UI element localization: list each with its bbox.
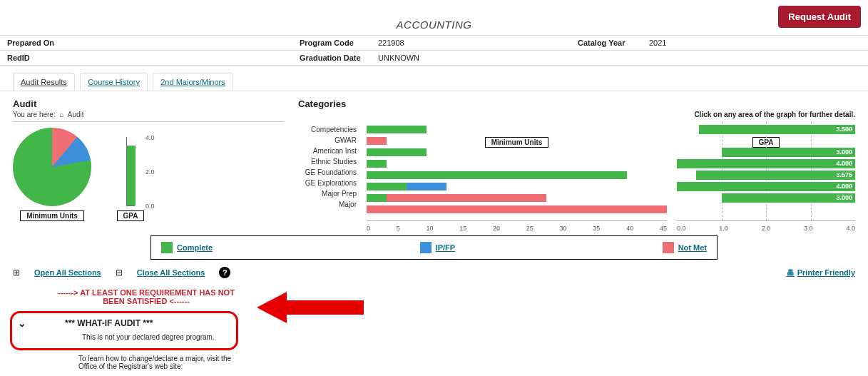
- catalog-year-value: 2021: [642, 36, 868, 51]
- tick: 0: [367, 225, 370, 232]
- tick: 0.0: [677, 225, 686, 232]
- gpa-mini-chart[interactable]: [126, 137, 135, 206]
- legend-not-met[interactable]: Not Met: [663, 242, 707, 253]
- legend-swatch-green: [161, 242, 173, 253]
- gpa-tick: 2.0: [145, 168, 155, 176]
- whatif-audit-box: ⌄ *** WHAT-IF AUDIT *** This is not your…: [10, 311, 238, 350]
- tick: 5: [397, 225, 400, 232]
- prepared-on-value: [107, 36, 292, 51]
- tab-second-majors[interactable]: 2nd Majors/Minors: [153, 73, 233, 91]
- catalog-year-label: Catalog Year: [571, 36, 642, 51]
- chevron-down-icon[interactable]: ⌄: [18, 317, 26, 329]
- tab-bar: Audit Results Course History 2nd Majors/…: [13, 73, 868, 91]
- breadcrumb: You are here: Audit: [13, 111, 284, 122]
- gpa-bar-value: 3.575: [836, 171, 852, 180]
- categories-instruction: Click on any area of the graph for furth…: [298, 111, 855, 118]
- categories-gpa-chart[interactable]: 3.500 3.000 4.000 3.575 4.000 3.000 0.0 …: [677, 121, 855, 221]
- expand-icon: ⊞: [13, 268, 20, 278]
- tick: 2.0: [762, 225, 771, 232]
- gpa-bar-value: 3.500: [836, 125, 852, 134]
- legend-ipfp[interactable]: IP/FP: [420, 242, 456, 253]
- request-audit-button[interactable]: Request Audit: [778, 6, 861, 28]
- whatif-subtext: This is not your declared degree program…: [82, 333, 230, 341]
- crumb-current: Audit: [68, 111, 84, 118]
- tick: 3.0: [804, 225, 813, 232]
- gpa-bar-value: 3.000: [836, 148, 852, 157]
- cat-label: Major: [298, 199, 357, 210]
- categories-heading: Categories: [298, 98, 855, 109]
- tab-course-history[interactable]: Course History: [80, 73, 148, 91]
- table-row: Prepared On Program Code 221908 Catalog …: [0, 36, 868, 51]
- min-units-pie-chart[interactable]: [13, 128, 91, 206]
- close-all-sections-link[interactable]: Close All Sections: [137, 268, 205, 277]
- gpa-tick: 4.0: [145, 134, 155, 141]
- home-icon: [57, 111, 66, 118]
- redid-value: [107, 51, 292, 66]
- prepared-on-label: Prepared On: [0, 36, 107, 51]
- registrar-note: To learn how to change/declare a major, …: [78, 355, 235, 370]
- open-all-sections-link[interactable]: Open All Sections: [34, 268, 101, 277]
- categories-units-chart[interactable]: 0 5 10 15 20 25 30 35 40 45 Minimum Unit…: [367, 121, 667, 221]
- help-icon[interactable]: ?: [219, 267, 230, 278]
- requirement-warning: ------> AT LEAST ONE REQUIREMENT HAS NOT…: [57, 288, 235, 305]
- gpa-bar-value: 3.000: [836, 193, 852, 203]
- cat-label: Major Prep: [298, 188, 357, 199]
- legend-swatch-blue: [420, 242, 432, 253]
- printer-friendly-link[interactable]: 🖶 Printer Friendly: [787, 268, 855, 277]
- tick: 4.0: [846, 225, 855, 232]
- gpa-bar-value: 4.000: [836, 182, 852, 191]
- program-code-label: Program Code: [292, 36, 371, 51]
- grad-date-value: UNKNOWN: [371, 51, 571, 66]
- tick: 45: [660, 225, 667, 232]
- cat-label: Competencies: [298, 124, 357, 135]
- audit-heading: Audit: [13, 98, 284, 109]
- gpa-mini-caption: GPA: [117, 210, 145, 221]
- legend: Complete IP/FP Not Met: [150, 235, 718, 260]
- legend-swatch-red: [663, 242, 674, 253]
- tick: 40: [626, 225, 633, 232]
- cat-label: GE Foundations: [298, 167, 357, 178]
- gpa-tick: 0.0: [145, 203, 155, 210]
- tick: 10: [427, 225, 434, 232]
- tick: 15: [459, 225, 466, 232]
- tab-audit-results[interactable]: Audit Results: [13, 73, 75, 91]
- tick: 1.0: [719, 225, 728, 232]
- page-title: ACCOUNTING: [0, 19, 868, 31]
- cat-label: Ethnic Studies: [298, 156, 357, 167]
- tick: 35: [593, 225, 600, 232]
- cat-label: GE Explorations: [298, 178, 357, 188]
- tick: 25: [526, 225, 533, 232]
- whatif-title: *** WHAT-IF AUDIT ***: [65, 318, 153, 328]
- printer-icon: 🖶: [787, 268, 795, 277]
- program-info-table: Prepared On Program Code 221908 Catalog …: [0, 35, 868, 66]
- legend-complete[interactable]: Complete: [161, 242, 213, 253]
- redid-label: RedID: [0, 51, 107, 66]
- callout-arrow-icon: [257, 292, 364, 320]
- table-row: RedID Graduation Date UNKNOWN: [0, 51, 868, 66]
- category-labels: Competencies GWAR American Inst Ethnic S…: [298, 121, 357, 221]
- cat-label: GWAR: [298, 135, 357, 146]
- gpa-bar-value: 4.000: [836, 159, 852, 168]
- cat-label: American Inst: [298, 146, 357, 156]
- grad-date-label: Graduation Date: [292, 51, 371, 66]
- program-code-value: 221908: [371, 36, 571, 51]
- min-units-caption: Minimum Units: [20, 210, 84, 221]
- tick: 20: [493, 225, 500, 232]
- tick: 30: [560, 225, 567, 232]
- collapse-icon: ⊟: [116, 268, 123, 278]
- crumb-prefix: You are here:: [13, 111, 56, 118]
